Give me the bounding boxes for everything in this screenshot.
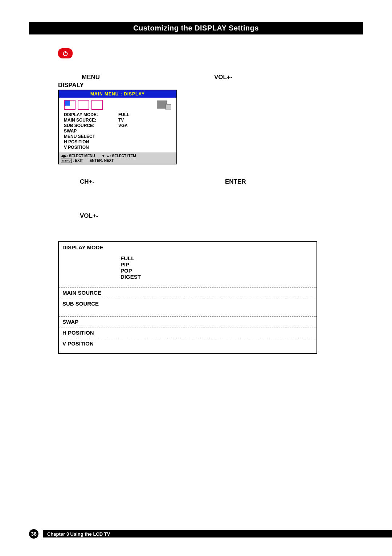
osd-footer: ◀▶: SELECT MENU ▼ ▲: SELECT ITEM MENU : … xyxy=(59,152,176,164)
osd-item-list: DISPLAY MODE:FULL MAIN SOURCE:TV SUB SOU… xyxy=(59,111,176,152)
osd-mode-icon xyxy=(78,100,89,110)
osd-footer-enter-next: ENTER: NEXT xyxy=(90,158,114,163)
label-chplus: CH+- xyxy=(80,178,94,185)
table-row-name: MAIN SOURCE xyxy=(59,287,117,298)
osd-footer-exit: : EXIT xyxy=(72,159,83,163)
table-row-name: DISPLAY MODE xyxy=(59,242,117,287)
osd-screenshot: MAIN MENU : DISPLAY DISPLAY MODE:FULL MA… xyxy=(58,90,177,164)
osd-footer-select-item: : SELECT ITEM xyxy=(110,154,136,158)
section-title: Customizing the DISPLAY Settings xyxy=(29,22,363,34)
label-dispaly: DISPALY xyxy=(58,82,84,89)
osd-item-label: SUB SOURCE: xyxy=(64,123,118,128)
osd-footer-menu-badge: MENU xyxy=(61,159,72,163)
osd-header: MAIN MENU : DISPLAY xyxy=(59,90,176,98)
label-enter: ENTER xyxy=(225,178,246,185)
osd-item-value: VGA xyxy=(118,123,140,128)
osd-item-label: V POSITION xyxy=(64,145,118,150)
osd-item-label: MAIN SOURCE: xyxy=(64,118,118,123)
osd-item-value xyxy=(118,139,140,145)
table-row-name: V POSITION xyxy=(59,338,117,353)
osd-item-label: MENU SELECT xyxy=(64,134,118,139)
label-volplus-2: VOL+- xyxy=(80,212,98,220)
table-row-name: SWAP xyxy=(59,316,117,327)
osd-mode-icon xyxy=(91,100,103,110)
table-row-name: H POSITION xyxy=(59,327,117,338)
osd-item-value xyxy=(118,128,140,134)
osd-mode-icon xyxy=(64,100,75,110)
osd-item-label: SWAP xyxy=(64,128,118,134)
settings-table: DISPLAY MODE FULL PIP POP DIGEST MAIN SO… xyxy=(58,241,317,354)
osd-item-label: H POSITION xyxy=(64,139,118,145)
table-row-options: FULL PIP POP DIGEST xyxy=(117,242,317,287)
page-number-badge: 36 xyxy=(29,529,38,539)
table-option: DIGEST xyxy=(121,274,313,280)
osd-item-label: DISPLAY MODE: xyxy=(64,112,118,118)
osd-item-value xyxy=(118,145,140,150)
osd-pip-icon xyxy=(157,100,171,110)
label-volplus: VOL+- xyxy=(214,74,233,81)
osd-footer-select-menu: : SELECT MENU xyxy=(67,154,95,158)
osd-item-value xyxy=(118,134,140,139)
osd-item-value: FULL xyxy=(118,112,140,118)
table-option: PIP xyxy=(121,261,313,267)
table-option: FULL xyxy=(121,255,313,261)
osd-item-value: TV xyxy=(118,118,140,123)
chapter-footer: Chapter 3 Using the LCD TV xyxy=(43,530,392,537)
power-icon xyxy=(58,48,73,58)
table-option: POP xyxy=(121,267,313,274)
label-menu: MENU xyxy=(82,74,100,81)
table-row-name: SUB SOURCE xyxy=(59,298,117,316)
